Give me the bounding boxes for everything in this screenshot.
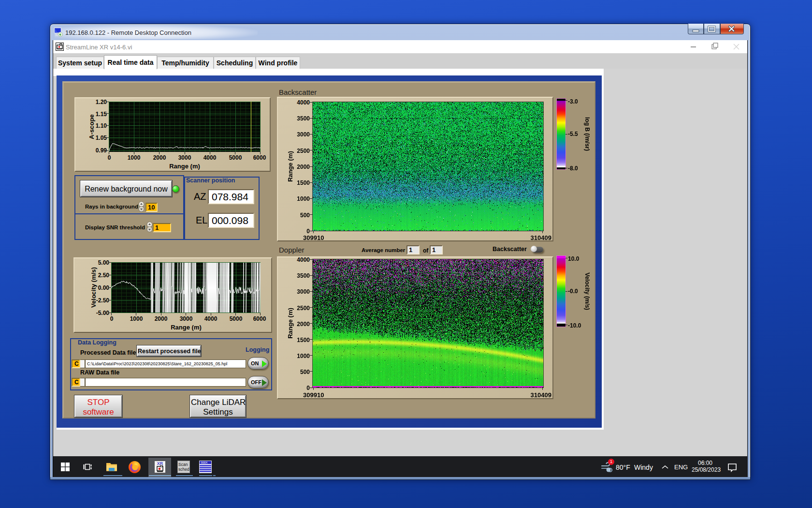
svg-text:SEEK: SEEK: [201, 461, 208, 464]
